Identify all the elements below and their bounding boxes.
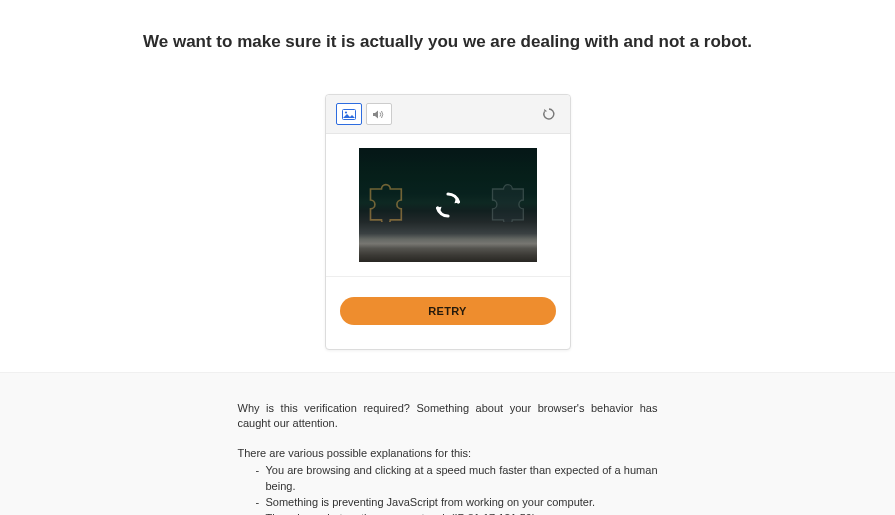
puzzle-slot-icon	[365, 178, 409, 222]
why-required-text: Why is this verification required? Somet…	[238, 401, 658, 432]
page-heading: We want to make sure it is actually you …	[0, 0, 895, 94]
info-section: Why is this verification required? Somet…	[0, 372, 895, 515]
list-item: There is a robot on the same network (IP…	[256, 511, 658, 515]
image-icon	[342, 109, 356, 120]
audio-mode-button[interactable]	[366, 103, 392, 125]
captcha-toolbar	[326, 95, 570, 134]
list-item: Something is preventing JavaScript from …	[256, 495, 658, 510]
loading-spinner-icon	[432, 189, 464, 221]
challenge-area	[326, 134, 570, 276]
speaker-icon	[372, 109, 385, 120]
reasons-list: You are browsing and clicking at a speed…	[256, 463, 658, 515]
explanations-intro: There are various possible explanations …	[238, 446, 658, 461]
puzzle-piece-icon	[487, 178, 531, 222]
list-item: You are browsing and clicking at a speed…	[256, 463, 658, 494]
image-mode-button[interactable]	[336, 103, 362, 125]
retry-area: RETRY	[326, 277, 570, 349]
challenge-image[interactable]	[359, 148, 537, 262]
refresh-icon	[542, 107, 556, 121]
svg-point-1	[344, 111, 346, 113]
retry-button[interactable]: RETRY	[340, 297, 556, 325]
captcha-card: RETRY	[325, 94, 571, 350]
refresh-button[interactable]	[538, 103, 560, 125]
